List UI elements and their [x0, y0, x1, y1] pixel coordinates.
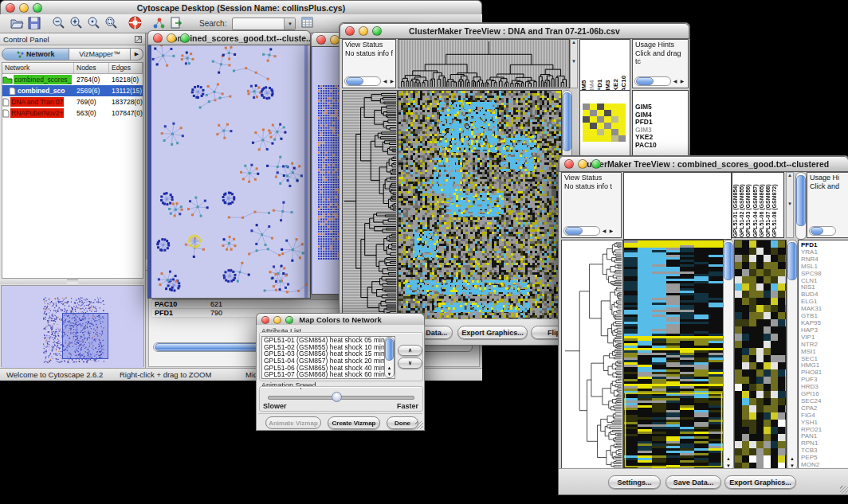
help-lifebuoy-icon[interactable] — [126, 14, 143, 30]
animate-vizmap-button[interactable]: Animate Vizmap — [265, 416, 321, 429]
resize-grip[interactable] — [415, 421, 423, 429]
gene-label[interactable]: KAP95 — [801, 320, 848, 327]
gene-label[interactable]: SEC1 — [801, 356, 848, 363]
close-button[interactable] — [345, 26, 355, 36]
close-button[interactable] — [316, 35, 326, 45]
gene-label[interactable]: NIS1 — [801, 284, 848, 291]
attribute-item[interactable]: GPL51-07 (GSM868) heat shock 60 min — [262, 371, 395, 378]
resize-grip[interactable] — [840, 486, 848, 494]
birdseye-view[interactable] — [1, 285, 144, 367]
gene-label[interactable]: PEP5 — [801, 455, 848, 462]
treeview2-column-dendrogram[interactable] — [623, 172, 732, 240]
gene-label[interactable]: PFD1 — [635, 119, 688, 127]
tab-overflow-button[interactable]: ▶ — [131, 48, 143, 61]
gene-label[interactable]: VIP1 — [801, 334, 848, 342]
zoom-out-icon[interactable] — [49, 14, 67, 30]
column-label[interactable]: GPL51-07 (GSM868) — [765, 174, 771, 237]
treeview2-titlebar[interactable]: ClusterMaker TreeView : combined_scores_… — [559, 156, 848, 172]
column-label[interactable]: GIM3 — [604, 41, 612, 96]
gene-label[interactable]: TCB3 — [801, 447, 848, 455]
column-label[interactable]: GPL51-01 (GSM854) — [732, 174, 739, 237]
close-button[interactable] — [153, 33, 163, 43]
move-down-button[interactable]: ∨ — [398, 357, 422, 369]
zoom-button[interactable] — [33, 3, 42, 13]
gene-label[interactable]: GIM4 — [635, 111, 688, 119]
float-panel-icon[interactable] — [135, 36, 142, 43]
panel-splitter[interactable] — [0, 279, 145, 284]
treeview1-heatmap[interactable] — [398, 90, 562, 321]
gene-label[interactable]: RNR4 — [801, 256, 848, 264]
treeview1-column-dendrogram[interactable] — [398, 39, 570, 88]
treeview2-zoom-heatmap[interactable] — [734, 240, 787, 471]
zoom-in-icon[interactable] — [67, 14, 84, 30]
treeview2-zoom-vscrollbar[interactable]: ▲ ▼ — [787, 240, 798, 471]
save-icon[interactable] — [26, 15, 43, 31]
done-button[interactable]: Done — [387, 416, 418, 429]
gene-label[interactable]: HRD3 — [801, 384, 848, 391]
view-status-scrollbar[interactable]: ◀▶ — [563, 226, 614, 236]
column-label[interactable]: PAC10 — [620, 41, 628, 96]
network-list-row[interactable]: DNA and Tran 07769(0)183728(0) — [2, 96, 143, 107]
attribute-browser-icon[interactable] — [299, 15, 316, 31]
gene-label[interactable]: PUF3 — [801, 377, 848, 384]
treeview1-row-dendrogram[interactable] — [342, 90, 398, 321]
gene-label[interactable]: CLN1 — [801, 278, 848, 285]
gene-label[interactable]: GIM5 — [635, 104, 688, 111]
gene-label[interactable]: SPC98 — [801, 271, 848, 278]
minimize-button[interactable] — [359, 26, 368, 36]
vizmapper-icon[interactable] — [150, 15, 167, 31]
treeview1-titlebar[interactable]: ClusterMaker TreeView : DNA and Tran 07-… — [340, 23, 689, 39]
main-titlebar[interactable]: Cytoscape Desktop (Session Name: collins… — [0, 0, 482, 16]
treeview2-top-vscrollbar[interactable] — [795, 172, 807, 240]
column-label[interactable]: GPL51-08 (GSM872) — [771, 174, 778, 237]
column-label[interactable]: GIM4 — [588, 41, 596, 96]
gene-label[interactable]: NTR2 — [801, 342, 848, 349]
treeview1-top-scrollbar[interactable]: ▲▼ — [570, 39, 578, 88]
gene-label[interactable]: MSL1 — [801, 264, 848, 271]
gene-label[interactable]: YSH1 — [801, 420, 848, 427]
move-up-button[interactable]: ∧ — [398, 345, 422, 356]
minimize-button[interactable] — [19, 3, 29, 13]
gene-label[interactable]: ELG1 — [801, 299, 848, 306]
zoom-fit-icon[interactable] — [102, 14, 120, 30]
create-vizmap-button[interactable]: Create Vizmap — [328, 416, 380, 429]
treeview2-heatmap[interactable] — [623, 240, 724, 471]
zoom-button[interactable] — [591, 159, 601, 169]
treeview2-row-dendrogram[interactable] — [561, 240, 623, 471]
gene-label[interactable]: PHO81 — [801, 369, 848, 377]
export-graphics-button[interactable]: Export Graphics... — [724, 475, 796, 489]
treeview2-vscrollbar[interactable]: ▲ ▼ — [723, 240, 734, 471]
minimize-button[interactable] — [273, 316, 281, 324]
close-button[interactable] — [564, 159, 574, 169]
gene-label[interactable]: RPO21 — [801, 427, 848, 434]
column-label[interactable]: GPL51-06 (GSM865) — [759, 174, 765, 237]
gene-label[interactable]: MAK31 — [801, 306, 848, 313]
gene-label[interactable]: PAC10 — [635, 142, 688, 150]
usage-hints-scrollbar[interactable] — [809, 226, 836, 236]
gene-label[interactable]: CPA2 — [801, 405, 848, 412]
gene-label[interactable]: FIG4 — [801, 412, 848, 420]
column-label[interactable]: PFD1 — [596, 41, 604, 96]
zoom-button[interactable] — [180, 33, 190, 43]
gene-label[interactable]: YRA1 — [801, 249, 848, 256]
attribute-list-scrollbar[interactable]: ▲ ▼ — [384, 337, 395, 378]
minimize-button[interactable] — [578, 159, 587, 169]
gene-label[interactable]: HAP3 — [801, 327, 848, 334]
network-window-titlebar[interactable]: combined_scores_good.txt--cluste... — [147, 30, 311, 46]
network-canvas[interactable] — [147, 45, 311, 299]
tab-vizmapper[interactable]: VizMapper™ — [69, 48, 131, 61]
chevron-down-icon[interactable]: ▼ — [284, 18, 295, 29]
close-button[interactable] — [261, 316, 269, 324]
gene-label[interactable]: PAN1 — [801, 433, 848, 440]
column-label[interactable]: YKE2 — [612, 41, 620, 96]
gene-label[interactable]: GPI16 — [801, 391, 848, 398]
settings-button[interactable]: Settings... — [608, 475, 661, 489]
open-file-icon[interactable] — [8, 15, 26, 31]
zoom-button[interactable] — [285, 316, 293, 324]
usage-hints-scrollbar[interactable]: ◀▶ — [634, 76, 685, 86]
gene-label[interactable]: RPN1 — [801, 440, 848, 447]
network-list-row[interactable]: combined_scores_2764(0)16218(0) — [2, 74, 143, 85]
gene-label[interactable]: YKE2 — [635, 134, 688, 142]
column-label[interactable]: GPL51-03 (GSM856) — [745, 174, 752, 237]
gene-label[interactable]: SEC24 — [801, 398, 848, 405]
